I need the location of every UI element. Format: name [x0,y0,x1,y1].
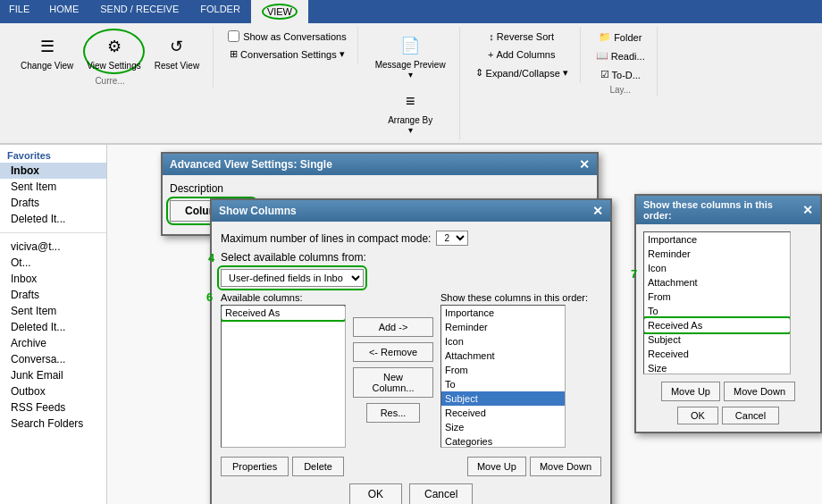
arrange-by-label: Arrange By [388,115,432,125]
sidebar-inbox[interactable]: Inbox [0,271,106,287]
right-item-received[interactable]: Received [644,347,790,361]
select-from-label: Select available columns from: [221,251,366,264]
change-view-btn[interactable]: ☰ Change View [14,29,80,73]
conversation-settings-icon: ⊞ [230,48,238,60]
move-up-btn[interactable]: Move Up [467,457,526,476]
ok-btn[interactable]: OK [349,483,402,504]
right-move-down-btn[interactable]: Move Down [724,382,795,401]
sidebar-rss[interactable]: RSS Feeds [0,399,106,416]
add-columns-btn[interactable]: + Add Columns [483,46,559,63]
reset-btn[interactable]: Res... [366,403,420,423]
right-item-subject[interactable]: Subject [644,332,790,347]
max-lines-row: Maximum number of lines in compact mode:… [221,231,601,246]
tab-send-receive[interactable]: SEND / RECEIVE [89,0,189,23]
cancel-btn[interactable]: Cancel [409,483,473,504]
expand-collapse-icon: ⇕ [475,67,483,79]
folder-pane-btn[interactable]: 📁 Folder [594,29,646,46]
sidebar-account-name[interactable]: viciva@t... [0,239,106,255]
show-item-icon[interactable]: Icon [441,334,565,349]
right-cancel-btn[interactable]: Cancel [722,407,779,424]
remove-btn[interactable]: <- Remove [353,342,433,362]
tab-view[interactable]: VIEW [251,0,308,23]
show-col: Show these columns in this order: Import… [440,292,588,448]
reading-label: Readi... [611,51,645,62]
sidebar-item-sent-fav[interactable]: Sent Item [0,179,106,195]
tab-home[interactable]: HOME [38,0,89,23]
show-item-received[interactable]: Received [441,406,565,420]
reading-pane-btn[interactable]: 📖 Readi... [591,47,650,64]
available-col: 6 Available columns: Received As [221,292,346,448]
sidebar-search[interactable]: Search Folders [0,416,106,432]
folder-icon: 📁 [599,31,611,43]
move-btns: Move Up Move Down [467,457,601,476]
sidebar-other[interactable]: Ot... [0,255,106,271]
show-item-reminder[interactable]: Reminder [441,320,565,334]
show-item-attachment[interactable]: Attachment [441,349,565,363]
dialog-show-col-title-text: Show Columns [219,205,297,217]
show-listbox[interactable]: Importance Reminder Icon Attachment From… [440,305,566,448]
properties-btn[interactable]: Properties [221,457,289,476]
right-item-icon[interactable]: Icon [644,261,790,275]
right-item-received-as[interactable]: Received As [644,318,790,332]
show-col-label: Show these columns in this order: [440,292,588,303]
sidebar-conversation[interactable]: Conversa... [0,351,106,367]
ribbon-group-arrangement: 📄 Message Preview ▾ ≡ Arrange By ▾ [362,27,460,139]
view-settings-btn[interactable]: ⚙ View Settings [83,29,144,74]
show-item-size[interactable]: Size [441,420,565,434]
show-item-subject[interactable]: Subject [441,391,565,406]
dialog-show-col-title: Show Columns ✕ [212,200,610,222]
right-item-to[interactable]: To [644,304,790,318]
dropdown-row: User-defined fields in Inbo [221,269,601,287]
todo-bar-btn[interactable]: ☑ To-D... [596,66,645,83]
dialog-show-col-close[interactable]: ✕ [592,204,603,218]
show-item-importance[interactable]: Importance [441,306,565,320]
sidebar-deleted[interactable]: Deleted It... [0,319,106,335]
arrange-by-btn[interactable]: ≡ Arrange By ▾ [382,84,439,138]
prop-del-btns: Properties Delete [221,457,344,476]
right-listbox[interactable]: Importance Reminder Icon Attachment From… [643,231,791,374]
right-item-from[interactable]: From [644,290,790,304]
move-down-btn[interactable]: Move Down [530,457,601,476]
right-move-up-btn[interactable]: Move Up [661,382,720,401]
max-lines-select[interactable]: 2 [436,231,468,246]
sidebar-item-drafts-fav[interactable]: Drafts [0,195,106,211]
conversation-settings-btn[interactable]: ⊞ Conversation Settings ▾ [225,46,349,63]
right-ok-btn[interactable]: OK [677,407,718,424]
available-listbox[interactable]: Received As [221,305,346,448]
new-column-btn[interactable]: New Column... [353,367,433,398]
add-btn[interactable]: Add -> [353,317,433,337]
show-item-from[interactable]: From [441,363,565,377]
message-preview-btn[interactable]: 📄 Message Preview ▾ [369,29,452,82]
right-ok-cancel: OK Cancel [643,407,813,424]
conversations-checkbox[interactable] [228,30,239,42]
show-as-conversations-check[interactable]: Show as Conversations [224,29,350,44]
expand-collapse-btn[interactable]: ⇕ Expand/Collapse ▾ [471,64,573,81]
right-item-importance[interactable]: Importance [644,232,790,247]
right-item-size[interactable]: Size [644,361,790,374]
add-remove-col: Add -> <- Remove New Column... Res... [353,292,433,448]
dialog-right-close[interactable]: ✕ [802,203,813,217]
tab-file[interactable]: FILE [0,0,38,23]
show-item-to[interactable]: To [441,377,565,391]
available-columns-dropdown[interactable]: User-defined fields in Inbo [221,269,364,287]
sidebar-outbox[interactable]: Outbox [0,383,106,399]
sidebar-sent-item[interactable]: Sent Item [0,303,106,319]
sidebar-item-deleted-fav[interactable]: Deleted It... [0,211,106,227]
show-item-categories[interactable]: Categories [441,434,565,448]
right-item-attachment[interactable]: Attachment [644,275,790,290]
sidebar-item-inbox[interactable]: Inbox [0,163,106,179]
dropdown-wrap: User-defined fields in Inbo [221,269,364,287]
sidebar-archive[interactable]: Archive [0,335,106,351]
right-item-reminder[interactable]: Reminder [644,247,790,261]
tab-folder[interactable]: FOLDER [189,0,251,23]
dialog-adv-close[interactable]: ✕ [579,157,590,172]
delete-btn[interactable]: Delete [292,457,344,476]
reset-view-btn[interactable]: ↺ Reset View [148,29,206,73]
bottom-btns: Properties Delete Move Up Move Down [221,457,601,476]
dialog-show-col-body: Maximum number of lines in compact mode:… [212,222,610,504]
sidebar-drafts[interactable]: Drafts [0,287,106,303]
reverse-sort-btn[interactable]: ↕ Reverse Sort [484,29,558,45]
sidebar-junk[interactable]: Junk Email [0,367,106,383]
dialog-adv-desc-row: Description [170,182,590,195]
available-item-received-as[interactable]: Received As [222,306,345,320]
